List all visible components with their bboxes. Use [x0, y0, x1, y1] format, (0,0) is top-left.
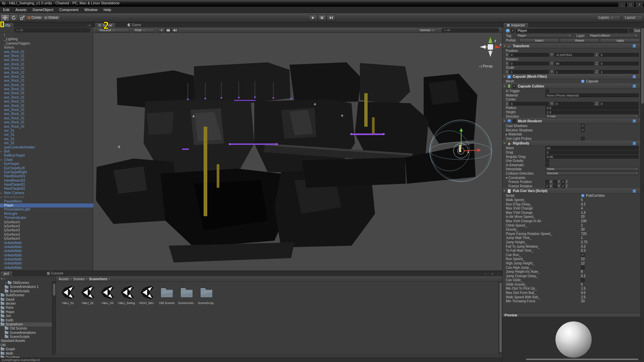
component-header-mesh-renderer[interactable]: ▾ Mesh Renderer? — [502, 118, 641, 124]
tree-scrollbar[interactable] — [52, 281, 56, 355]
hierarchy-item-ave-rock-01[interactable]: ave_Rock_01 — [0, 100, 93, 104]
hierarchy-item-ave-rock-01[interactable]: ave_Rock_01 — [0, 71, 93, 75]
layer-dropdown[interactable]: PlayerCollision⇅ — [588, 34, 639, 38]
hierarchy-item-lysurface3[interactable]: lySurface3 — [0, 228, 93, 232]
hierarchy-item-ck4adsfdafs[interactable]: ck4adsfdafs — [0, 261, 93, 265]
hierarchy-item-oor-01[interactable]: oor_01 — [0, 133, 93, 137]
tab-game[interactable]: Game — [124, 22, 144, 27]
property-checkbox[interactable] — [545, 159, 549, 163]
component-header-rigidbody[interactable]: ▾ Rigidbody? — [502, 141, 641, 146]
close-button[interactable]: ✕ — [636, 3, 643, 7]
freeze-z-checkbox[interactable]: ✓ — [561, 180, 565, 184]
freeze-z-checkbox[interactable]: ✓ — [561, 184, 565, 188]
hierarchy-item-lighting[interactable]: _Lighting — [0, 37, 93, 41]
hierarchy-item-ck4adsfdafs[interactable]: ck4adsfdafs — [0, 245, 93, 249]
hierarchy-item-oor-01[interactable]: oor_01 — [0, 141, 93, 145]
hierarchy-item-eyetargetright[interactable]: EyeTargetRight — [0, 170, 93, 174]
layers-dropdown[interactable]: Layers▼ — [596, 15, 621, 20]
hierarchy-item-handreach02[interactable]: HandReach02 — [0, 179, 93, 183]
preview-horizontal-scrollbar[interactable] — [526, 359, 638, 360]
menu-help[interactable]: Help — [101, 7, 114, 13]
tree-item-oldscenes[interactable]: ▸OldScenes — [0, 281, 56, 285]
hierarchy-item-ave-rock-01[interactable]: ave_Rock_01 — [0, 58, 93, 62]
hierarchy-item-ave-rock-01[interactable]: ave_Rock_01 — [0, 120, 93, 124]
property-checkbox[interactable] — [545, 163, 549, 167]
axis-orientation-gizmo[interactable]: y x — [480, 37, 501, 57]
hierarchy-item-rimlight[interactable]: RimLight — [0, 212, 93, 216]
tree-item-scenescripts[interactable]: SceneScripts — [0, 335, 56, 339]
hierarchy-item-lysurface3[interactable]: lySurface3 — [0, 233, 93, 237]
foldout-icon[interactable]: ▸ — [5, 281, 8, 285]
hierarchy-item-ayercontrollerholder[interactable]: ayerControllerHolder — [0, 145, 93, 149]
vector-field-y[interactable]: 90 — [554, 62, 594, 65]
foldout-icon[interactable]: ▸ — [1, 158, 2, 162]
property-dropdown[interactable]: Y-Axis▾ — [545, 115, 639, 118]
hierarchy-item-ck4adsfdafs[interactable]: ck4adsfdafs — [0, 266, 93, 270]
property-checkbox[interactable] — [581, 137, 585, 140]
tree-item-scenescripts[interactable]: SceneScripts — [0, 289, 56, 293]
hierarchy-item-ave-rock-01[interactable]: ave_Rock_01 — [0, 66, 93, 70]
property-field[interactable]: 60 — [545, 146, 639, 150]
asset-high-mer[interactable]: HIGH_Mer.. — [137, 285, 157, 315]
hierarchy-item-ave-rock-01[interactable]: ave_Rock_01 — [0, 112, 93, 116]
help-icon[interactable]: ? — [633, 119, 636, 123]
property-field[interactable]: None (Physic Material) — [545, 94, 639, 97]
foldout-label[interactable]: ▾ Constraints — [506, 176, 525, 180]
hierarchy-item-ave-rock-01[interactable]: ave_Rock_01 — [0, 54, 93, 58]
component-enabled-checkbox[interactable]: ✓ — [513, 84, 516, 88]
prefab-select-button[interactable]: Select — [519, 39, 559, 43]
tree-item-graph[interactable]: Graph — [0, 347, 56, 351]
tree-item-decker[interactable]: decker — [0, 302, 56, 306]
help-icon[interactable]: ? — [633, 75, 636, 78]
prefab-apply-button[interactable]: Apply — [600, 39, 640, 43]
pivot-mode-button[interactable]: Center — [25, 15, 44, 20]
hierarchy-item-handreach01[interactable]: HandReach01 — [0, 174, 93, 178]
tree-item-keith[interactable]: Keith — [0, 318, 56, 322]
pause-button[interactable] — [318, 15, 326, 21]
help-icon[interactable]: ? — [633, 189, 636, 193]
foldout-icon[interactable]: ▾ — [504, 120, 507, 123]
vector-field-z[interactable]: 0 — [599, 102, 639, 106]
property-checkbox[interactable]: ✓ — [581, 253, 585, 257]
tree-item-sceneanimations-1[interactable]: SceneAnimations 1 — [0, 285, 56, 289]
object-name-field[interactable]: Player — [516, 29, 628, 33]
hierarchy-item-ave-rock-01[interactable]: ave_Rock_01 — [0, 116, 93, 120]
vector-field-y[interactable]: -0.1007843 — [554, 53, 594, 57]
menu-gameobject[interactable]: GameObject — [30, 7, 56, 13]
tree-item-jon[interactable]: Jon — [0, 314, 56, 318]
foldout-icon[interactable]: ▾ — [504, 85, 507, 88]
hierarchy-item-ck4adsfdafs[interactable]: ck4adsfdafs — [0, 241, 93, 245]
hierarchy-item-lysurface3[interactable]: lySurface3 — [0, 220, 93, 224]
menu-edit[interactable]: Edit — [0, 7, 12, 13]
tree-item-buildscenes[interactable]: BuildScenes — [0, 293, 56, 297]
gizmos-dropdown[interactable]: Gizmos▼ — [417, 28, 437, 32]
asset-scrollbar[interactable] — [498, 282, 502, 354]
help-icon[interactable]: ? — [633, 84, 636, 88]
property-field[interactable]: 0 — [545, 150, 639, 154]
foldout-icon[interactable]: ▸ — [1, 191, 2, 195]
hierarchy-item-ck4adsfdafs[interactable]: ck4adsfdafs — [0, 257, 93, 261]
draw-mode-dropdown[interactable]: Textured▼ — [97, 28, 129, 32]
menu-component[interactable]: Component — [56, 7, 82, 13]
hierarchy-item-handtarget01[interactable]: HandTarget01 — [0, 183, 93, 187]
hierarchy-item-balleyetarget[interactable]: BallEyeTarget — [0, 154, 93, 158]
hierarchy-item-eyetarget[interactable]: EyeTarget — [0, 162, 93, 166]
breadcrumb-assets[interactable]: Assets — [59, 277, 69, 281]
perspective-label[interactable]: ◁ Persp — [479, 64, 492, 68]
hierarchy-item-oor-01[interactable]: oor_01 — [0, 129, 93, 133]
tree-item-util[interactable]: Util — [0, 343, 56, 347]
vector-field-y[interactable]: 1 — [554, 70, 594, 74]
vector-field-x[interactable]: 0 — [509, 102, 549, 106]
hierarchy-item-pausemenu[interactable]: PauseMenu — [0, 199, 93, 203]
tree-item-old-scenes[interactable]: Old Scenes — [0, 326, 56, 330]
vector-field-z[interactable]: 1 — [599, 70, 639, 74]
tree-item-sceneanimations[interactable]: SceneAnimations — [0, 331, 56, 335]
object-reference[interactable]: Capsule — [581, 79, 598, 83]
component-header-capsule-mesh-filter[interactable]: ▾ Capsule (Mesh Filter)? — [502, 74, 641, 79]
foldout-icon[interactable]: ▸ — [1, 149, 2, 154]
property-dropdown[interactable]: Discrete▾ — [545, 172, 639, 175]
property-checkbox[interactable] — [545, 89, 549, 93]
hierarchy-item-ck4adsfdafs[interactable]: ck4adsfdafs — [0, 249, 93, 253]
help-icon[interactable]: ? — [633, 44, 636, 48]
minimize-button[interactable]: — — [619, 3, 625, 7]
